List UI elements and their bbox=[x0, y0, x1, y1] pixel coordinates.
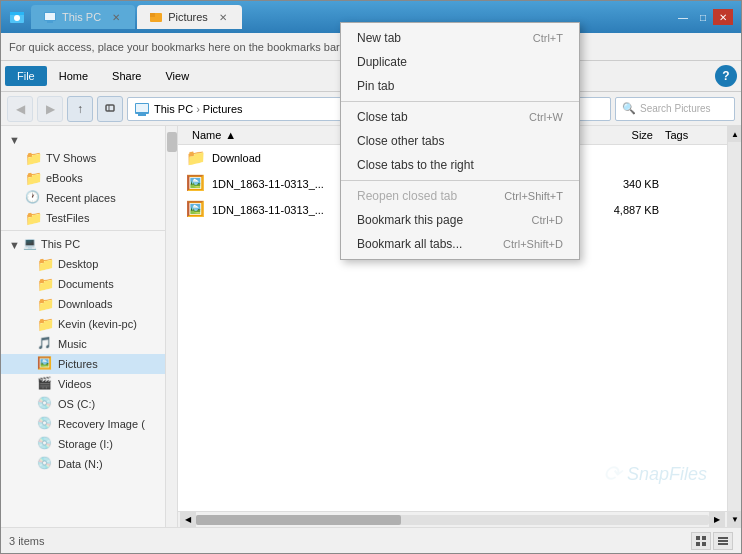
context-menu: New tab Ctrl+T Duplicate Pin tab Close t… bbox=[340, 22, 580, 260]
menu-item-duplicate[interactable]: Duplicate bbox=[341, 50, 579, 74]
menu-separator-2 bbox=[341, 180, 579, 181]
status-icons bbox=[691, 532, 733, 550]
sidebar-item-music[interactable]: 🎵 Music bbox=[1, 334, 165, 354]
sidebar-label-tv-shows: TV Shows bbox=[46, 152, 96, 164]
sidebar-item-tv-shows[interactable]: 📁 TV Shows bbox=[1, 148, 165, 168]
menu-label-new-tab: New tab bbox=[357, 31, 401, 45]
sidebar-section-this-pc[interactable]: ▼ 💻 This PC bbox=[1, 233, 165, 254]
svg-rect-1 bbox=[10, 12, 24, 15]
minimize-button[interactable]: — bbox=[673, 9, 693, 25]
col-name-label: Name bbox=[192, 129, 221, 141]
list-view-button[interactable] bbox=[713, 532, 733, 550]
sidebar-item-pictures[interactable]: 🖼️ Pictures bbox=[1, 354, 165, 374]
data-icon: 💿 bbox=[37, 456, 53, 472]
collapse-favorites-icon: ▼ bbox=[9, 134, 19, 144]
search-icon: 🔍 bbox=[622, 102, 636, 115]
vscroll-track[interactable] bbox=[728, 142, 741, 511]
sidebar-label-storage: Storage (I:) bbox=[58, 438, 113, 450]
sidebar-label-desktop: Desktop bbox=[58, 258, 98, 270]
tab-label-this-pc: This PC bbox=[62, 11, 101, 23]
menu-item-reopen-tab[interactable]: Reopen closed tab Ctrl+Shift+T bbox=[341, 184, 579, 208]
menu-label-bookmark-all: Bookmark all tabs... bbox=[357, 237, 462, 251]
sidebar-item-os-c[interactable]: 💿 OS (C:) bbox=[1, 394, 165, 414]
tab-close-pictures[interactable]: ✕ bbox=[216, 10, 230, 24]
sidebar-item-videos[interactable]: 🎬 Videos bbox=[1, 374, 165, 394]
col-name[interactable]: Name ▲ bbox=[186, 126, 339, 144]
menu-separator-1 bbox=[341, 101, 579, 102]
sidebar-section-favorites[interactable]: ▼ bbox=[1, 130, 165, 148]
vscroll-up-arrow[interactable]: ▲ bbox=[728, 126, 741, 142]
os-c-icon: 💿 bbox=[37, 396, 53, 412]
svg-rect-13 bbox=[702, 536, 706, 540]
testfiles-icon: 📁 bbox=[25, 210, 41, 226]
vscroll-down-arrow[interactable]: ▼ bbox=[728, 511, 741, 527]
svg-rect-18 bbox=[718, 543, 728, 545]
svg-rect-12 bbox=[696, 536, 700, 540]
sidebar-item-storage[interactable]: 💿 Storage (I:) bbox=[1, 434, 165, 454]
hscroll-right-arrow[interactable]: ▶ bbox=[709, 512, 725, 528]
hscroll-thumb[interactable] bbox=[196, 515, 401, 525]
sidebar-label-pictures: Pictures bbox=[58, 358, 98, 370]
sidebar-item-recent-places[interactable]: 🕐 Recent places bbox=[1, 188, 165, 208]
tab-pictures[interactable]: Pictures ✕ bbox=[137, 5, 242, 29]
main-window: This PC ✕ Pictures ✕ — □ ✕ For quick acc… bbox=[0, 0, 742, 554]
tab-this-pc[interactable]: This PC ✕ bbox=[31, 5, 135, 29]
grid-view-button[interactable] bbox=[691, 532, 711, 550]
file-name-download: Download bbox=[212, 152, 339, 164]
menu-item-close-tab[interactable]: Close tab Ctrl+W bbox=[341, 105, 579, 129]
sidebar-item-desktop[interactable]: 📁 Desktop bbox=[1, 254, 165, 274]
sidebar-label-music: Music bbox=[58, 338, 87, 350]
ribbon-tab-home[interactable]: Home bbox=[47, 66, 100, 86]
svg-rect-16 bbox=[718, 537, 728, 539]
status-bar: 3 items bbox=[1, 527, 741, 553]
forward-button[interactable]: ▶ bbox=[37, 96, 63, 122]
sidebar-scroll-thumb[interactable] bbox=[167, 132, 177, 152]
sort-arrow: ▲ bbox=[225, 129, 236, 141]
sidebar-item-recovery[interactable]: 💿 Recovery Image ( bbox=[1, 414, 165, 434]
breadcrumb-pictures: Pictures bbox=[203, 103, 243, 115]
ribbon-tab-file[interactable]: File bbox=[5, 66, 47, 86]
search-bar[interactable]: 🔍 Search Pictures bbox=[615, 97, 735, 121]
tab-icon-this-pc bbox=[43, 10, 57, 24]
svg-rect-8 bbox=[106, 105, 114, 111]
sidebar-item-kevin[interactable]: 📁 Kevin (kevin-pc) bbox=[1, 314, 165, 334]
downloads-icon: 📁 bbox=[37, 296, 53, 312]
status-item-count: 3 items bbox=[9, 535, 44, 547]
documents-icon: 📁 bbox=[37, 276, 53, 292]
col-size[interactable]: Size bbox=[579, 126, 659, 144]
ribbon-tab-share[interactable]: Share bbox=[100, 66, 153, 86]
sidebar-item-data[interactable]: 💿 Data (N:) bbox=[1, 454, 165, 474]
sidebar-item-documents[interactable]: 📁 Documents bbox=[1, 274, 165, 294]
close-button[interactable]: ✕ bbox=[713, 9, 733, 25]
menu-item-bookmark-all[interactable]: Bookmark all tabs... Ctrl+Shift+D bbox=[341, 232, 579, 256]
menu-item-new-tab[interactable]: New tab Ctrl+T bbox=[341, 26, 579, 50]
content-scrollbar[interactable]: ▲ ▼ bbox=[727, 126, 741, 527]
tv-shows-icon: 📁 bbox=[25, 150, 41, 166]
col-tags[interactable]: Tags bbox=[659, 126, 719, 144]
hscroll-left-arrow[interactable]: ◀ bbox=[180, 512, 196, 528]
recent-button[interactable] bbox=[97, 96, 123, 122]
tab-close-this-pc[interactable]: ✕ bbox=[109, 10, 123, 24]
menu-item-close-right[interactable]: Close tabs to the right bbox=[341, 153, 579, 177]
sidebar-item-testfiles[interactable]: 📁 TestFiles bbox=[1, 208, 165, 228]
svg-rect-7 bbox=[150, 13, 155, 17]
menu-item-bookmark-page[interactable]: Bookmark this page Ctrl+D bbox=[341, 208, 579, 232]
menu-label-close-right: Close tabs to the right bbox=[357, 158, 474, 172]
window-controls: — □ ✕ bbox=[673, 9, 733, 25]
help-button[interactable]: ? bbox=[715, 65, 737, 87]
hscroll-track[interactable] bbox=[196, 515, 709, 525]
sidebar-scrollbar[interactable] bbox=[166, 126, 178, 527]
horizontal-scrollbar[interactable]: ◀ ▶ bbox=[178, 511, 727, 527]
svg-point-2 bbox=[14, 15, 20, 21]
up-button[interactable]: ↑ bbox=[67, 96, 93, 122]
sidebar-item-downloads[interactable]: 📁 Downloads bbox=[1, 294, 165, 314]
file-image-icon-1: 🖼️ bbox=[186, 174, 206, 194]
sidebar-label-documents: Documents bbox=[58, 278, 114, 290]
maximize-button[interactable]: □ bbox=[693, 9, 713, 25]
menu-item-pin-tab[interactable]: Pin tab bbox=[341, 74, 579, 98]
back-button[interactable]: ◀ bbox=[7, 96, 33, 122]
sidebar-item-ebooks[interactable]: 📁 eBooks bbox=[1, 168, 165, 188]
ribbon-tab-view[interactable]: View bbox=[153, 66, 201, 86]
collapse-this-pc-icon: ▼ bbox=[9, 239, 19, 249]
menu-item-close-other[interactable]: Close other tabs bbox=[341, 129, 579, 153]
